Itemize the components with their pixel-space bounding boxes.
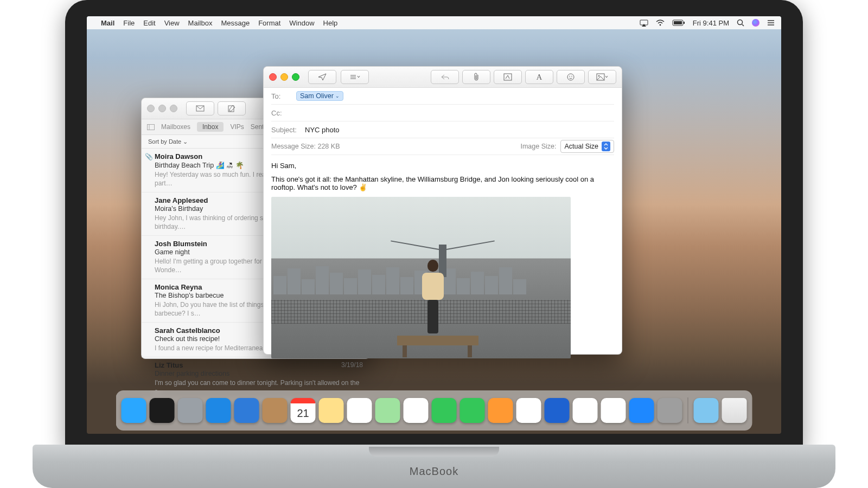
- dock-separator: [688, 397, 688, 423]
- svg-line-7: [742, 24, 744, 26]
- person-graphic: [421, 260, 445, 336]
- compose-button[interactable]: [218, 101, 246, 115]
- desktop: Mail File Edit View Mailbox Message Form…: [87, 16, 781, 434]
- attach-button[interactable]: [462, 70, 490, 84]
- chevron-down-icon: ⌄: [183, 138, 188, 145]
- compose-titlebar[interactable]: A: [264, 67, 622, 88]
- laptop-brand: MacBook: [410, 465, 458, 478]
- svg-rect-19: [148, 124, 155, 130]
- airplay-icon[interactable]: [640, 20, 648, 27]
- tab-vips[interactable]: VIPs: [230, 123, 244, 131]
- menubar-clock[interactable]: Fri 9:41 PM: [693, 19, 729, 27]
- svg-rect-28: [504, 74, 512, 80]
- image-size-select[interactable]: Actual Size: [560, 140, 614, 153]
- dock-app-calendar[interactable]: 21: [291, 398, 316, 423]
- menu-view[interactable]: View: [164, 19, 180, 27]
- menubar-app[interactable]: Mail: [101, 19, 114, 27]
- dock-app-launchpad[interactable]: [178, 398, 203, 423]
- siri-icon[interactable]: [752, 19, 760, 27]
- image-size-label: Image Size:: [520, 143, 556, 150]
- compose-body[interactable]: Hi Sam, This one's got it all: the Manha…: [264, 155, 622, 366]
- tab-inbox[interactable]: Inbox: [197, 122, 224, 132]
- compose-traffic-lights[interactable]: [269, 73, 299, 81]
- photo-browser-button[interactable]: [588, 70, 616, 84]
- reply-button[interactable]: [431, 70, 459, 84]
- dock-app-music[interactable]: [601, 398, 626, 423]
- menu-mailbox[interactable]: Mailbox: [188, 19, 213, 27]
- dock-app-safari[interactable]: [206, 398, 231, 423]
- dock-app-siri[interactable]: [150, 398, 175, 423]
- emoji-button[interactable]: [557, 70, 585, 84]
- markup-button[interactable]: [494, 70, 522, 84]
- svg-point-33: [598, 75, 600, 77]
- dock: 21: [116, 390, 752, 431]
- body-greeting: Hi Sam,: [271, 162, 614, 170]
- bench-graphic: [397, 336, 478, 345]
- header-fields-button[interactable]: [341, 70, 369, 84]
- attached-photo[interactable]: [271, 197, 571, 358]
- tab-sent[interactable]: Sent: [251, 123, 264, 131]
- menu-window[interactable]: Window: [289, 19, 314, 27]
- sidebar-toggle-icon[interactable]: [147, 124, 155, 130]
- wifi-icon[interactable]: [656, 20, 665, 26]
- svg-point-30: [569, 76, 570, 77]
- format-button[interactable]: A: [525, 70, 553, 84]
- dock-app-messages[interactable]: [432, 398, 457, 423]
- dock-app-keynote[interactable]: [545, 398, 570, 423]
- svg-point-6: [738, 20, 743, 25]
- dock-app-facetime[interactable]: [460, 398, 485, 423]
- svg-point-29: [567, 74, 574, 80]
- dock-app-numbers[interactable]: [516, 398, 541, 423]
- dock-app-preferences[interactable]: [658, 398, 682, 423]
- dock-app-contacts[interactable]: [263, 398, 288, 423]
- svg-point-31: [571, 76, 572, 77]
- recipient-chip[interactable]: Sam Oliver⌄: [296, 91, 343, 101]
- dock-app-mail[interactable]: [234, 398, 259, 423]
- spotlight-icon[interactable]: [737, 19, 744, 27]
- dock-app-photos[interactable]: [404, 398, 429, 423]
- dock-app-news[interactable]: [573, 398, 598, 423]
- chevron-down-icon: ⌄: [335, 93, 340, 99]
- dock-app-reminders[interactable]: [347, 398, 372, 423]
- inbox-traffic-lights[interactable]: [147, 105, 177, 112]
- menu-file[interactable]: File: [123, 19, 135, 27]
- message-meta-row: Message Size: 228 KB Image Size: Actual …: [271, 138, 614, 155]
- attachment-icon: 📎: [145, 153, 153, 160]
- message-size-value: 228 KB: [317, 143, 340, 150]
- menu-message[interactable]: Message: [221, 19, 250, 27]
- body-text: This one's got it all: the Manhattan sky…: [271, 175, 614, 191]
- to-field[interactable]: To: Sam Oliver⌄: [271, 88, 614, 105]
- menu-format[interactable]: Format: [258, 19, 280, 27]
- svg-point-2: [659, 24, 661, 26]
- subject-field[interactable]: Subject: NYC photo: [271, 121, 614, 138]
- message-subject: Dinner parking directions: [155, 370, 363, 377]
- menu-edit[interactable]: Edit: [143, 19, 155, 27]
- send-button[interactable]: [308, 70, 336, 84]
- compose-window: A To: Sam Oliver⌄ Cc: Subject: NYC photo: [263, 66, 622, 355]
- dock-app-notes[interactable]: [319, 398, 344, 423]
- svg-rect-4: [674, 21, 682, 24]
- dock-app-pages[interactable]: [488, 398, 513, 423]
- battery-icon[interactable]: [672, 20, 685, 26]
- menubar: Mail File Edit View Mailbox Message Form…: [87, 16, 781, 29]
- cc-field[interactable]: Cc:: [271, 105, 614, 121]
- tab-mailboxes[interactable]: Mailboxes: [161, 123, 190, 131]
- get-mail-button[interactable]: [186, 101, 214, 115]
- svg-rect-5: [684, 22, 685, 24]
- dock-app-maps[interactable]: [375, 398, 400, 423]
- dock-app-finder[interactable]: [122, 398, 146, 423]
- notification-center-icon[interactable]: [767, 20, 775, 26]
- menu-help[interactable]: Help: [323, 19, 338, 27]
- dock-app-appstore[interactable]: [629, 398, 654, 423]
- select-stepper-icon: [602, 142, 610, 151]
- dock-downloads[interactable]: [694, 398, 719, 423]
- dock-trash[interactable]: [722, 398, 747, 423]
